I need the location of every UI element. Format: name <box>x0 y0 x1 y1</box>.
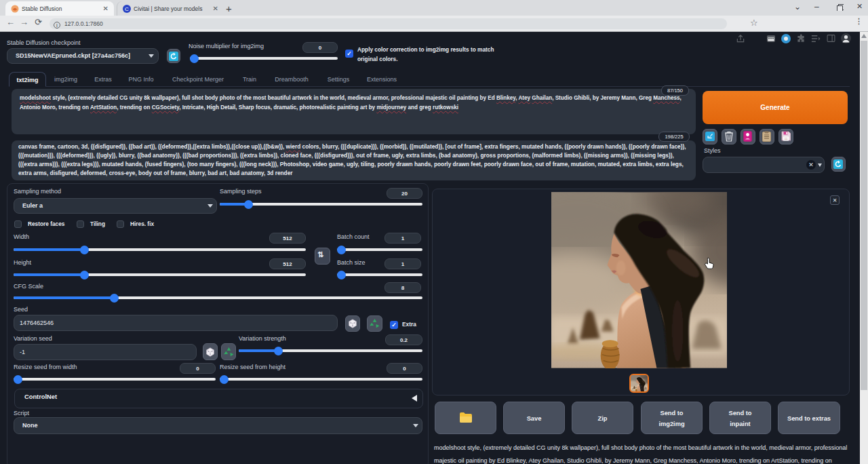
svg-text:C: C <box>125 6 129 12</box>
